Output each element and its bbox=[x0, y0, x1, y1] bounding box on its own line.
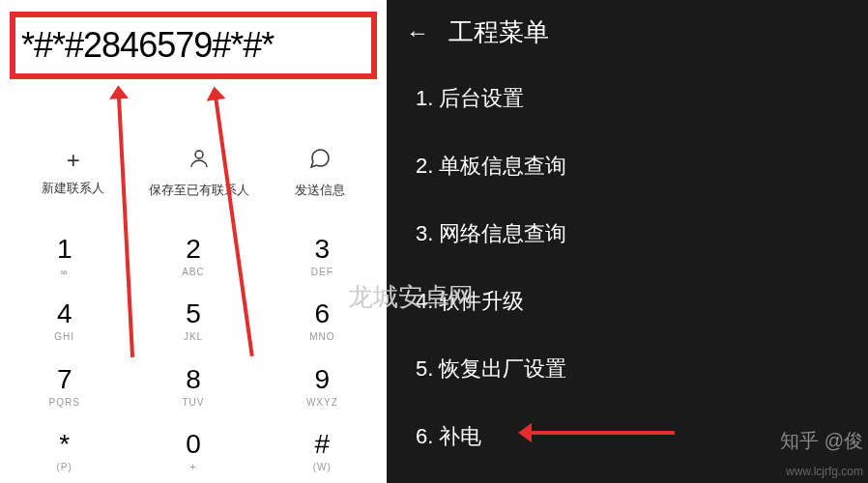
save-existing-button[interactable]: 保存至已有联系人 bbox=[149, 147, 249, 199]
chat-icon bbox=[308, 147, 332, 176]
menu-title: 工程菜单 bbox=[448, 15, 549, 49]
new-contact-button[interactable]: + 新建联系人 bbox=[42, 147, 104, 199]
menu-list: 1. 后台设置 2. 单板信息查询 3. 网络信息查询 4. 软件升级 5. 恢… bbox=[387, 65, 868, 483]
annotation-arrow-right bbox=[530, 431, 675, 435]
key-8[interactable]: 8TUV bbox=[129, 354, 257, 418]
dialer-code-box: *#*#2846579#*#* bbox=[10, 12, 377, 79]
send-message-button[interactable]: 发送信息 bbox=[295, 147, 345, 199]
menu-item-board-info[interactable]: 2. 单板信息查询 bbox=[387, 132, 868, 200]
key-star[interactable]: *(P) bbox=[0, 418, 129, 483]
svg-point-0 bbox=[195, 151, 203, 158]
menu-header: ← 工程菜单 bbox=[387, 0, 868, 65]
key-0[interactable]: 0+ bbox=[129, 418, 257, 483]
dialer-code-text: *#*#2846579#*#* bbox=[21, 25, 365, 66]
key-hash[interactable]: #(W) bbox=[258, 418, 387, 483]
key-2[interactable]: 2ABC bbox=[129, 223, 257, 288]
menu-item-factory-reset[interactable]: 5. 恢复出厂设置 bbox=[387, 335, 868, 403]
dialer-keypad: 1∞ 2ABC 3DEF 4GHI 5JKL 6MNO 7PQRS 8TUV 9… bbox=[0, 223, 387, 483]
key-4[interactable]: 4GHI bbox=[0, 288, 129, 353]
plus-icon: + bbox=[67, 147, 80, 174]
key-7[interactable]: 7PQRS bbox=[0, 354, 129, 418]
menu-item-network-info[interactable]: 3. 网络信息查询 bbox=[387, 200, 868, 268]
key-1[interactable]: 1∞ bbox=[0, 223, 129, 288]
menu-item-background-settings[interactable]: 1. 后台设置 bbox=[387, 65, 868, 132]
save-existing-label: 保存至已有联系人 bbox=[149, 182, 249, 199]
watermark-zhihu: 知乎 @俊 bbox=[780, 428, 863, 454]
key-3[interactable]: 3DEF bbox=[258, 223, 387, 288]
menu-item-software-upgrade[interactable]: 4. 软件升级 bbox=[387, 268, 868, 335]
person-icon bbox=[188, 147, 211, 176]
send-message-label: 发送信息 bbox=[295, 182, 345, 199]
key-6[interactable]: 6MNO bbox=[258, 288, 387, 353]
watermark-url: www.lcjrfg.com bbox=[786, 465, 863, 478]
back-arrow-icon[interactable]: ← bbox=[406, 19, 429, 46]
key-5[interactable]: 5JKL bbox=[129, 288, 257, 353]
new-contact-label: 新建联系人 bbox=[42, 180, 104, 197]
key-9[interactable]: 9WXYZ bbox=[258, 354, 387, 418]
dialer-action-row: + 新建联系人 保存至已有联系人 发送信息 bbox=[0, 147, 387, 199]
